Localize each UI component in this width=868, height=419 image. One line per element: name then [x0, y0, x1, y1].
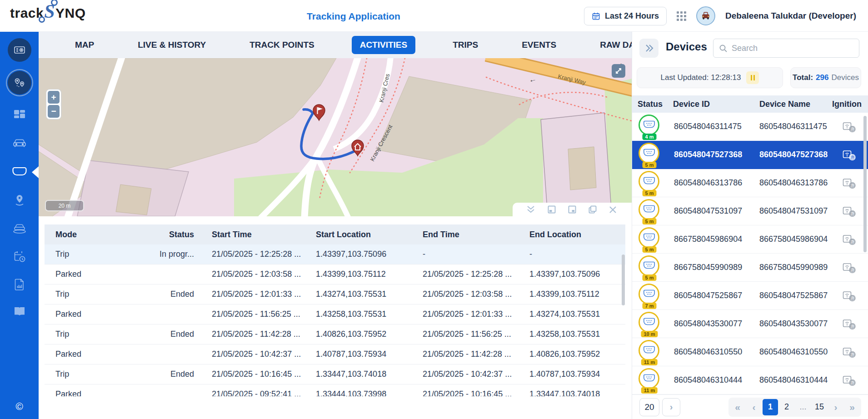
dock-bottom-left-icon[interactable] — [547, 205, 556, 214]
sidebar-item-schedule[interactable] — [0, 250, 39, 264]
devices-scrollbar[interactable] — [863, 116, 867, 252]
map-expand-button[interactable] — [612, 64, 625, 78]
last-updated-time: 12:28:13 — [711, 73, 741, 82]
ignition-status-icon: 0 — [829, 149, 868, 161]
map[interactable]: Kranji Cres Kranji Crescent Kranji Way K… — [39, 58, 632, 216]
first-page-button[interactable]: « — [730, 399, 745, 415]
activity-row[interactable]: Trip Ended 21/05/2025 - 12:01:33 ... 1.4… — [45, 284, 625, 304]
sidebar-item-device-dashboard[interactable] — [0, 38, 39, 62]
device-connector-icon — [639, 312, 659, 333]
device-name: 860548047527368 — [755, 150, 829, 160]
tab[interactable]: EVENTS — [515, 36, 563, 54]
tab[interactable]: ACTIVITIES — [352, 36, 416, 54]
status-time-badge: 11 m — [641, 387, 658, 394]
device-connector-icon — [639, 199, 659, 220]
activities-toolbar — [513, 203, 632, 216]
prev-page-button[interactable]: ‹ — [746, 399, 762, 415]
close-icon[interactable] — [609, 205, 617, 214]
page-size-chevron-icon[interactable]: › — [662, 398, 680, 416]
copy-panel-icon[interactable] — [588, 205, 597, 214]
device-row[interactable]: 10 m 860548043530077 860548043530077 0 — [632, 310, 868, 338]
tab[interactable]: TRIPS — [446, 36, 484, 54]
last-page-button[interactable]: » — [844, 399, 860, 415]
activity-row[interactable]: Parked 21/05/2025 - 12:03:58 ... 1.43399… — [45, 264, 625, 284]
device-name: 860548047525867 — [755, 291, 829, 300]
device-status: 11 m — [639, 340, 660, 364]
activity-row[interactable]: Parked 21/05/2025 - 11:56:25 ... 1.43258… — [45, 304, 625, 324]
panel-collapse-button[interactable] — [639, 39, 658, 58]
page-number[interactable]: 15 — [812, 399, 827, 415]
device-row[interactable]: 11 m 860548046310550 860548046310550 0 — [632, 338, 868, 366]
sidebar-item-reports[interactable] — [0, 278, 39, 291]
total-devices-box: Total: 296 Devices — [790, 67, 861, 88]
status-time-badge: 7 m — [643, 303, 657, 309]
tab[interactable]: TRACK POINTS — [243, 36, 321, 54]
device-row[interactable]: 7 m 860548047525867 860548047525867 0 — [632, 282, 868, 310]
sidebar-item-locations[interactable] — [0, 194, 39, 207]
total-suffix: Devices — [831, 73, 858, 82]
activity-row[interactable]: Parked 21/05/2025 - 10:42:37 ... 1.40787… — [45, 344, 625, 364]
time-range-button[interactable]: Last 24 Hours — [584, 7, 667, 25]
device-id: 860548046310550 — [668, 347, 755, 357]
device-status: 7 m — [639, 284, 660, 308]
device-row[interactable]: 5 m 866758045990989 866758045990989 0 — [632, 254, 868, 282]
sidebar-item-trips[interactable] — [0, 71, 39, 95]
avatar[interactable] — [696, 6, 715, 25]
activity-row[interactable]: Trip Ended 21/05/2025 - 11:42:28 ... 1.4… — [45, 324, 625, 344]
search-input[interactable] — [732, 44, 841, 53]
col-end-time: End Time — [419, 230, 526, 239]
col-device-name: Device Name — [755, 100, 829, 109]
sidebar-item-driver-vehicle[interactable] — [0, 222, 39, 234]
device-connector-icon — [639, 340, 659, 361]
device-row[interactable]: 11 m 860548046310444 860548046310444 0 — [632, 366, 868, 394]
page-number[interactable]: 1 — [763, 399, 778, 415]
devices-pagination: 20 › « ‹ 1 2 ... 15 › » — [632, 394, 868, 419]
ignition-status-icon: 0 — [829, 318, 868, 330]
activities-table-header: Mode Status Start Time Start Location En… — [45, 224, 625, 244]
user-name[interactable]: Debaleena Talukdar (Developer) — [725, 11, 856, 21]
copyright-icon[interactable]: © — [0, 401, 39, 413]
trip-pins-icon — [8, 71, 31, 95]
status-time-badge: 5 m — [643, 218, 657, 224]
vehicle-icon — [12, 137, 27, 150]
device-name: 860548047531097 — [755, 206, 829, 216]
pause-refresh-icon[interactable] — [746, 71, 759, 84]
sidebar-item-vehicles[interactable] — [0, 137, 39, 150]
device-row[interactable]: 5 m 860548047531097 860548047531097 0 — [632, 197, 868, 225]
apps-grid-icon[interactable] — [677, 11, 686, 21]
device-row[interactable]: 5 m 866758045986904 866758045986904 0 — [632, 225, 868, 254]
sidebar-item-docs[interactable] — [0, 305, 39, 317]
device-connector-icon — [639, 284, 659, 304]
zoom-in-button[interactable]: + — [48, 91, 60, 104]
device-name: 866758045986904 — [755, 234, 829, 244]
sidebar-item-dashboard[interactable] — [0, 108, 39, 122]
device-row[interactable]: 5 m 860548047527368 860548047527368 0 — [632, 141, 868, 169]
next-page-button[interactable]: › — [828, 399, 843, 415]
svg-text:0: 0 — [851, 296, 853, 300]
svg-text:0: 0 — [851, 155, 853, 160]
device-row[interactable]: 5 m 860548046313786 860548046313786 0 — [632, 169, 868, 197]
app-logo: trackSYNQ — [10, 5, 86, 21]
page-size-select[interactable]: 20 — [639, 398, 659, 416]
device-status: 5 m — [639, 255, 660, 280]
activity-row[interactable]: Trip In progr... 21/05/2025 - 12:25:28 .… — [45, 244, 625, 264]
device-dashboard-icon — [8, 38, 31, 62]
activity-row[interactable]: Parked 21/05/2025 - 09:52:41 ... 1.33444… — [45, 384, 625, 396]
activity-row[interactable]: Trip Ended 21/05/2025 - 10:16:45 ... 1.3… — [45, 364, 625, 384]
logo-s-swoosh: S — [44, 5, 55, 18]
collapse-double-chevron-icon[interactable] — [526, 205, 536, 214]
device-row[interactable]: 4 m 860548046311475 860548046311475 0 — [632, 113, 868, 141]
page-number[interactable]: 2 — [779, 399, 794, 415]
tab[interactable]: LIVE & HISTORY — [131, 36, 212, 54]
status-time-badge: 10 m — [641, 331, 658, 337]
page-number[interactable]: ... — [795, 399, 811, 415]
time-range-label: Last 24 Hours — [605, 11, 659, 21]
zoom-out-button[interactable]: − — [48, 105, 60, 118]
svg-text:0: 0 — [851, 268, 853, 272]
ignition-status-icon: 0 — [829, 289, 868, 302]
dock-bottom-right-icon[interactable] — [568, 205, 577, 214]
activities-scrollbar[interactable] — [622, 254, 625, 305]
devices-header: Devices — [632, 32, 868, 65]
driver-vehicle-icon — [12, 222, 27, 234]
tab[interactable]: MAP — [69, 36, 100, 54]
